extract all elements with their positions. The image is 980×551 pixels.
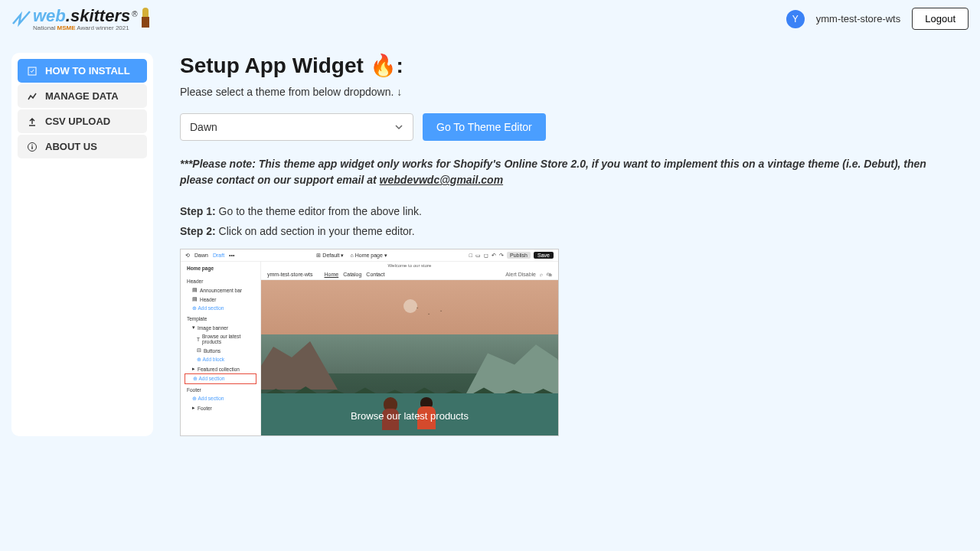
sidebar-item-manage-data[interactable]: MANAGE DATA [18,84,147,108]
data-icon [27,91,38,102]
content-area: Setup App Widget 🔥: Please select a them… [180,53,969,436]
nav-label: ABOUT US [45,141,97,152]
step-2: Step 2: Click on add section in your the… [180,225,953,237]
ss-redo-icon: ↷ [499,253,504,259]
ss-announcement: Welcome to our store [261,262,558,269]
ss-bird-icon: ⌄ [427,311,430,315]
ss-cart-icon: 🛍 [547,272,552,277]
ss-page-title: Home page [185,266,256,271]
ss-hero-heading: Browse our latest products [261,410,558,422]
ss-add-block: ⊕ Add block [185,355,256,364]
logout-button[interactable]: Logout [912,8,969,30]
ss-add-section: ⊕ Add section [185,394,256,403]
ss-nav-link: Home [325,272,339,277]
ss-navbar: ymm-test-store-wts Home Catalog Contact … [261,269,558,280]
dropdown-value: Dawn [190,121,217,133]
logo-prefix: web [33,6,66,25]
theme-controls: Dawn Go To Theme Editor [180,113,953,141]
ss-item: ▸ Featured collection [185,364,256,373]
ss-item: ▾ Image banner [185,323,256,332]
nav-label: CSV UPLOAD [45,116,110,127]
ss-item: ▤ Header [185,295,256,304]
ss-menu-icon: ••• [229,253,234,258]
ss-nav-link: Contact [366,272,384,277]
sidebar: HOW TO INSTALL MANAGE DATA CSV UPLOAD AB… [11,53,153,436]
theme-dropdown[interactable]: Dawn [180,113,413,141]
instruction-screenshot: ⟲ Dawn Draft ••• ⊞ Default ▾ ⌂ Home page… [180,249,559,436]
ss-preview: Welcome to our store ymm-test-store-wts … [261,262,558,435]
step-1: Step 1: Go to the theme editor from the … [180,205,953,217]
sidebar-item-about-us[interactable]: ABOUT US [18,135,147,158]
upload-icon [27,116,38,127]
ss-page-select: ⌂ Home page ▾ [351,253,387,259]
header-right: Y ymm-test-store-wts Logout [786,8,969,30]
compatibility-note: ***Please note: This theme app widget on… [180,156,953,188]
ss-undo-icon: ↶ [492,253,496,259]
logo-swoosh-icon [11,8,33,30]
ss-subitem: ⊟ Buttons [185,346,256,355]
ss-save-btn: Save [534,252,554,259]
ss-section-footer: Footer [185,384,256,394]
ss-mountain [261,336,338,390]
page-title: Setup App Widget 🔥: [180,53,953,78]
ss-publish-btn: Publish [507,252,531,259]
ss-bird-icon: ⌄ [439,308,443,312]
logo-suffix: .skitters [66,6,130,25]
ss-nav-link: Catalog [343,272,361,277]
ss-toolbar: ⟲ Dawn Draft ••• ⊞ Default ▾ ⌂ Home page… [181,249,558,262]
chevron-down-icon [394,122,403,132]
page-subtitle: Please select a theme from below dropdow… [180,86,953,98]
ss-exit-icon: ⟲ [185,253,190,259]
trophy-icon [141,8,150,31]
store-name: ymm-test-store-wts [816,13,901,24]
ss-alert-badge: Alert Disable [505,272,536,277]
ss-search-icon: ⌕ [540,272,543,277]
goto-theme-editor-button[interactable]: Go To Theme Editor [423,113,546,141]
ss-device-icon: □ [469,253,472,258]
ss-section-header: Header [185,276,256,285]
info-icon [27,142,38,152]
ss-item: ▤ Announcement bar [185,285,256,295]
ss-hero-image: ⌄ ⌄ ⌄ Browse our latest products [261,280,558,435]
ss-store-name: ymm-test-store-wts [267,272,313,277]
ss-sidebar: Home page Header ▤ Announcement bar ▤ He… [181,262,261,435]
support-email-link[interactable]: webdevwdc@gmail.com [380,174,503,186]
ss-device-icon: ▭ [475,253,481,259]
sidebar-item-csv-upload[interactable]: CSV UPLOAD [18,109,147,133]
ss-add-section: ⊕ Add section [185,304,256,313]
sidebar-item-how-to-install[interactable]: HOW TO INSTALL [18,59,147,83]
ss-subitem: T Browse our latest products [185,332,256,346]
ss-item: ▸ Footer [185,403,256,412]
registered-icon: ® [132,10,137,18]
avatar[interactable]: Y [786,10,805,28]
app-header: web.skitters® National MSME Award winner… [0,0,980,37]
svg-point-2 [31,144,33,145]
ss-device-icon: ◻ [484,253,488,259]
ss-add-section-highlighted: ⊕ Add section [185,373,256,384]
ss-template-select: ⊞ Default ▾ [316,253,344,259]
install-icon [27,66,38,77]
ss-theme-name: Dawn [194,253,208,258]
ss-bird-icon: ⌄ [416,305,419,309]
ss-section-template: Template [185,313,256,323]
ss-draft-badge: Draft [213,253,224,258]
logo: web.skitters® National MSME Award winner… [11,6,150,31]
main-container: HOW TO INSTALL MANAGE DATA CSV UPLOAD AB… [0,37,980,452]
svg-rect-3 [31,146,32,149]
nav-label: HOW TO INSTALL [45,65,130,77]
logo-subtitle: National MSME Award winner 2021 [33,24,138,31]
ss-mountain [466,336,558,393]
nav-label: MANAGE DATA [45,90,119,102]
